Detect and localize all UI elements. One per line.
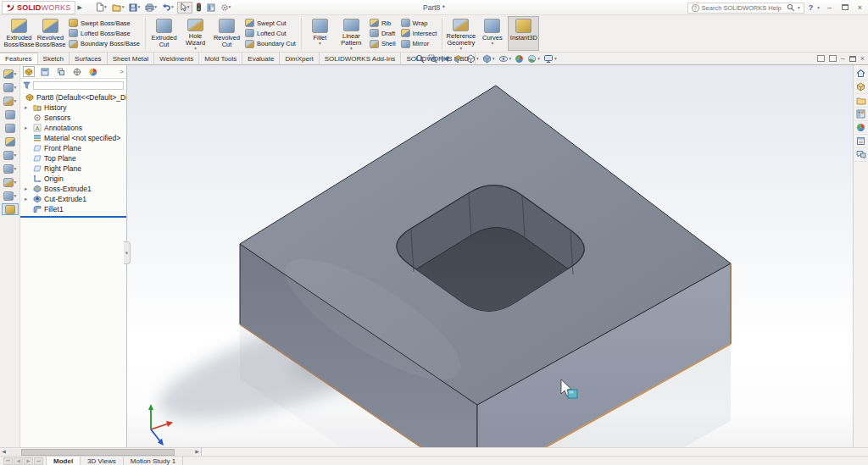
tab-model[interactable]: Model xyxy=(46,457,81,465)
rebuild-icon[interactable] xyxy=(194,2,203,14)
doc-minimize-button[interactable]: – xyxy=(841,54,845,63)
linear-pattern-button[interactable]: Linear Pattern▾ xyxy=(336,16,367,51)
select-cursor-icon[interactable]: ▾ xyxy=(177,2,192,14)
section-view-icon[interactable] xyxy=(453,54,463,64)
zoom-to-area-icon[interactable] xyxy=(428,54,437,64)
tree-item-right-plane[interactable]: Right Plane xyxy=(20,163,126,174)
tree-item-top-plane[interactable]: Top Plane xyxy=(20,153,126,163)
help-dropdown-icon[interactable]: ▾ xyxy=(817,6,820,10)
lt-swept-icon[interactable] xyxy=(2,108,19,120)
view-settings-icon[interactable]: ▾ xyxy=(543,54,557,64)
menu-flyout-arrow[interactable]: ▶ xyxy=(78,4,82,11)
extruded-cut-button[interactable]: Extruded Cut xyxy=(148,16,180,51)
panel-splitter-handle[interactable] xyxy=(124,241,131,264)
propertymanager-tab[interactable] xyxy=(39,66,51,77)
doc-close-button[interactable]: × xyxy=(860,54,865,63)
tab-solidworks-addins[interactable]: SOLIDWORKS Add-Ins xyxy=(320,53,402,64)
design-library-icon[interactable] xyxy=(854,80,868,94)
lt-extruded-boss-icon[interactable]: ▾ xyxy=(2,68,19,80)
boundary-boss-base-button[interactable]: Boundary Boss/Base xyxy=(69,39,140,48)
first-tab-icon[interactable]: ⏮ xyxy=(3,457,13,465)
expand-arrow-icon[interactable]: ▸ xyxy=(25,196,27,202)
doc-restore-button[interactable] xyxy=(849,56,856,62)
tree-item-origin[interactable]: Origin xyxy=(20,174,126,184)
horizontal-scrollbar[interactable]: ◀ ▶ xyxy=(0,448,202,456)
edit-appearance-icon[interactable] xyxy=(515,54,524,64)
tab-features[interactable]: Features xyxy=(0,53,38,64)
tree-item-history[interactable]: ▸History xyxy=(20,102,126,113)
expand-arrow-icon[interactable]: ▸ xyxy=(25,104,27,111)
revolved-boss-base-button[interactable]: Revolved Boss/Base xyxy=(35,16,66,51)
lofted-cut-button[interactable]: Lofted Cut xyxy=(245,29,296,38)
solidworks-resources-icon[interactable] xyxy=(854,67,868,80)
solidworks-logo[interactable]: SOLIDWORKS xyxy=(2,1,75,14)
revolved-cut-button[interactable]: Revolved Cut xyxy=(211,16,242,51)
swept-cut-button[interactable]: Swept Cut xyxy=(245,19,296,28)
tree-root[interactable]: Part8 (Default<<Default>_Display State xyxy=(20,92,126,102)
displaymanager-tab[interactable] xyxy=(87,66,99,77)
previous-view-icon[interactable] xyxy=(441,54,450,64)
tree-filter-input[interactable] xyxy=(33,81,124,90)
lt-linear-pattern-icon[interactable]: ▾ xyxy=(2,163,19,174)
lt-curves-icon[interactable]: ▾ xyxy=(2,190,19,202)
hide-show-items-icon[interactable]: ▾ xyxy=(498,54,512,64)
custom-properties-icon[interactable] xyxy=(854,135,868,148)
restore-button[interactable] xyxy=(839,3,850,12)
tab-sheet-metal[interactable]: Sheet Metal xyxy=(108,53,155,64)
tree-item-material[interactable]: Material <not specified> xyxy=(20,133,126,143)
draft-button[interactable]: Draft xyxy=(370,29,396,38)
solidworks-forum-icon[interactable] xyxy=(854,148,868,162)
fillet-button[interactable]: Fillet▾ xyxy=(304,16,336,51)
tree-item-fillet1[interactable]: Fillet1 xyxy=(20,204,126,214)
tab-dimxpert[interactable]: DimXpert xyxy=(280,53,319,64)
scroll-left-icon[interactable]: ◀ xyxy=(0,448,8,456)
file-properties-icon[interactable] xyxy=(205,2,217,14)
configurationmanager-tab[interactable] xyxy=(55,66,67,77)
prev-tab-icon[interactable]: ◀ xyxy=(14,457,23,465)
graphics-viewport[interactable] xyxy=(127,65,853,447)
tab-3d-views[interactable]: 3D Views xyxy=(81,457,124,465)
featuremanager-tree-tab[interactable] xyxy=(23,66,35,77)
boundary-cut-button[interactable]: Boundary Cut xyxy=(245,39,296,48)
help-button[interactable]: ? xyxy=(809,3,814,12)
next-tab-icon[interactable]: ▶ xyxy=(24,457,33,465)
last-tab-icon[interactable]: ⏭ xyxy=(34,457,43,465)
lt-fillet-icon[interactable]: ▾ xyxy=(2,149,19,161)
tab-motion-study-1[interactable]: Motion Study 1 xyxy=(124,457,183,465)
view-orientation-icon[interactable]: ▾ xyxy=(466,54,479,64)
search-input[interactable] xyxy=(702,4,785,12)
doc-window-icon-2[interactable] xyxy=(829,55,837,62)
mirror-button[interactable]: Mirror xyxy=(401,39,437,48)
display-style-icon[interactable]: ▾ xyxy=(482,54,495,64)
swept-boss-base-button[interactable]: Swept Boss/Base xyxy=(69,19,140,28)
appearances-scenes-icon[interactable] xyxy=(854,121,868,135)
tab-surfaces[interactable]: Surfaces xyxy=(70,53,108,64)
tab-weldments[interactable]: Weldments xyxy=(154,53,199,64)
reference-geometry-button[interactable]: Reference Geometry▾ xyxy=(445,16,476,51)
apply-scene-icon[interactable]: ▾ xyxy=(527,54,540,64)
options-gear-icon[interactable]: ▾ xyxy=(219,2,233,14)
file-explorer-icon[interactable] xyxy=(854,94,868,108)
hole-wizard-button[interactable]: Hole Wizard▾ xyxy=(180,16,211,51)
scrollbar-thumb[interactable] xyxy=(21,449,175,456)
wrap-button[interactable]: Wrap xyxy=(401,19,437,28)
tab-evaluate[interactable]: Evaluate xyxy=(242,53,280,64)
lt-reference-geometry-icon[interactable]: ▾ xyxy=(2,176,19,188)
lt-instant3d-icon[interactable] xyxy=(2,203,19,215)
expand-arrow-icon[interactable]: ▸ xyxy=(25,125,27,131)
lt-lofted-icon[interactable] xyxy=(2,122,19,134)
tree-item-cut-extrude1[interactable]: ▸Cut-Extrude1 xyxy=(20,194,126,204)
tree-item-boss-extrude1[interactable]: ▸Boss-Extrude1 xyxy=(20,184,126,194)
open-file-icon[interactable]: ▾ xyxy=(110,2,126,14)
zoom-to-fit-icon[interactable] xyxy=(415,54,425,64)
shell-button[interactable]: Shell xyxy=(370,39,396,48)
tab-sketch[interactable]: Sketch xyxy=(38,53,70,64)
tree-item-sensors[interactable]: Sensors xyxy=(20,113,126,123)
curves-button[interactable]: Curves▾ xyxy=(476,16,508,51)
intersect-button[interactable]: Intersect xyxy=(401,29,437,38)
expand-arrow-icon[interactable]: ▸ xyxy=(25,185,27,192)
lt-revolved-icon[interactable]: ▾ xyxy=(2,95,19,107)
extruded-boss-base-button[interactable]: Extruded Boss/Base xyxy=(3,16,35,51)
search-dropdown-icon[interactable]: ▾ xyxy=(798,6,800,10)
save-icon[interactable]: ▾ xyxy=(127,2,142,14)
